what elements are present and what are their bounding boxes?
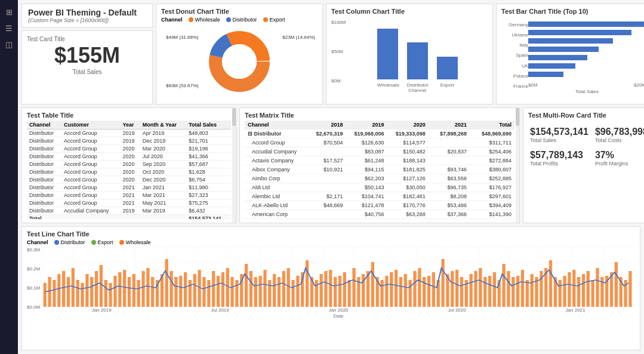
svg-rect-17: [95, 271, 98, 307]
col-month-year: Month & Year: [140, 121, 186, 130]
matrix-col-2019: 2019: [346, 121, 387, 130]
svg-rect-108: [521, 270, 524, 307]
col-label-wholesale: Wholesale: [377, 82, 398, 88]
metric-card: Test Card Title $155M Total Sales: [21, 30, 153, 104]
svg-rect-105: [507, 271, 510, 307]
column-chart-area: $100M $50M $0M Wholesale Distributor: [331, 17, 488, 94]
table-row: DistributorAccord Group2021May 2021$75,2…: [27, 199, 231, 207]
bar-poland: Poland: [501, 73, 528, 79]
svg-rect-80: [390, 272, 393, 307]
donut-chart-title: Test Donut Chart Title: [161, 8, 318, 15]
svg-point-3: [222, 44, 257, 79]
y-label-0.2m: $0.2M: [27, 266, 40, 272]
table-row: DistributorAccord Group2021Jan 2021$11,9…: [27, 184, 231, 192]
table-container[interactable]: Channel Customer Year Month & Year Total…: [27, 121, 231, 219]
app-title: Power BI Theming - Default: [28, 8, 146, 17]
svg-rect-72: [353, 268, 356, 307]
bar-x-0: $0M: [528, 82, 538, 88]
total-sales-label: Total Sales: [530, 137, 588, 143]
donut-label-export: $83M (53.67%): [166, 83, 199, 88]
column-bars: [347, 17, 488, 82]
bar-uk: UK: [501, 63, 528, 69]
column-chart-title: Test Column Chart Title: [331, 8, 488, 15]
matrix-scrollbar-thumb[interactable]: [516, 108, 519, 126]
table-row: DistributorAccord Group2019Apr 2019$48,8…: [27, 130, 231, 137]
svg-rect-24: [128, 277, 131, 307]
table-row: DistributorAccord Group2021Mar 2021$27,3…: [27, 192, 231, 199]
column-chart-inner: Wholesale Distributor Export Channel: [347, 17, 488, 94]
distributor-dot: [226, 17, 231, 22]
line-chart-svg: [42, 247, 635, 307]
svg-rect-131: [629, 271, 632, 307]
svg-rect-43: [217, 276, 220, 307]
bar-ukraine: Ukraine: [501, 32, 528, 38]
total-sales-value: $155M: [27, 45, 147, 66]
col-year: Year: [121, 121, 140, 130]
svg-rect-86: [418, 268, 421, 307]
layers-icon[interactable]: ◫: [5, 40, 13, 49]
donut-chart-card: Test Donut Chart Title Channel Wholesale…: [156, 4, 323, 104]
bar-x-20: $20M: [634, 82, 644, 88]
multi-row-card-title: Test Multi-Row Card Title: [528, 112, 644, 119]
svg-rect-104: [503, 264, 506, 307]
svg-rect-85: [414, 271, 417, 307]
total-profits-label: Total Profits: [530, 161, 588, 167]
total-costs-big: $96,783,998: [595, 127, 644, 137]
svg-rect-32: [165, 259, 168, 307]
matrix-row: American Corp$40,756$63,268$37,366$141,3…: [245, 210, 514, 219]
svg-rect-117: [563, 276, 566, 307]
svg-rect-40: [203, 277, 206, 307]
y-label-50m: $50M: [331, 49, 346, 54]
matrix-container[interactable]: Channel 2018 2019 2020 2021 Total ⊟ Dist…: [245, 121, 514, 219]
total-costs-label: Total Costs: [595, 137, 644, 143]
svg-rect-58: [287, 268, 290, 307]
dashboard: ⊞ ☰ ◫ Power BI Theming - Default (Custom…: [0, 0, 644, 354]
svg-rect-88: [427, 276, 430, 307]
list-icon[interactable]: ☰: [5, 24, 13, 33]
table-row: DistributorAccord Group2020Mar 2020$19,1…: [27, 145, 231, 153]
wholesale-line-label: Wholesale: [126, 239, 151, 245]
bar-uk-fill: [528, 55, 587, 60]
svg-rect-19: [104, 280, 107, 307]
svg-rect-121: [582, 274, 585, 307]
svg-rect-106: [511, 277, 514, 307]
svg-rect-79: [386, 276, 389, 307]
grid-icon[interactable]: ⊞: [6, 8, 13, 17]
svg-rect-124: [596, 268, 599, 307]
svg-rect-52: [259, 276, 262, 307]
svg-rect-34: [175, 277, 178, 307]
svg-rect-33: [170, 271, 173, 307]
svg-rect-46: [231, 277, 234, 307]
donut-label-orange: $49M (31.68%): [166, 35, 199, 40]
matrix-scrollbar[interactable]: [516, 108, 519, 223]
svg-rect-6: [44, 283, 47, 307]
scrollbar-thumb[interactable]: [232, 108, 236, 126]
svg-rect-22: [118, 272, 121, 307]
svg-rect-97: [470, 274, 473, 307]
svg-rect-20: [109, 283, 112, 307]
bar-country-labels: Germany Ukraine Italy Spain UK Poland Fr…: [501, 17, 528, 94]
matrix-row: Actavis Company$17,527$61,248$188,143$27…: [245, 156, 514, 165]
table-total-row: Total$154,573,141: [27, 215, 231, 220]
svg-rect-53: [264, 270, 267, 307]
legend-distributor-line: Distributor: [54, 239, 85, 245]
table-scrollbar[interactable]: [232, 108, 236, 223]
svg-rect-84: [409, 280, 412, 307]
line-chart-inner: Jan 2019 Jul 2019 Jan 2020 Jul 2020 Jan …: [42, 247, 635, 319]
svg-rect-62: [306, 260, 309, 307]
svg-rect-14: [81, 283, 84, 307]
line-chart-title: Test Line Chart Title: [27, 230, 635, 238]
matrix-group-distributor: ⊟ Distributor $2,670,319$19,068,006$19,3…: [245, 130, 514, 138]
bar-x-title: Total Sales: [528, 89, 644, 94]
matrix-row: Amerisourc Corp$66,189$140,512$41,768$24…: [245, 219, 514, 220]
svg-rect-23: [123, 270, 126, 307]
top-charts-row: Power BI Theming - Default (Custom Page …: [21, 4, 640, 104]
svg-rect-49: [245, 264, 248, 307]
matrix-col-2020: 2020: [387, 121, 429, 130]
metric-profit-margins: 37% Profit Margins: [593, 148, 644, 168]
svg-rect-81: [395, 270, 398, 307]
svg-rect-42: [212, 271, 215, 307]
channel-legend-label: Channel: [161, 17, 183, 23]
legend-channel: Channel: [161, 17, 183, 23]
matrix-row: Aldi Ltd$50,143$30,050$96,735$176,927: [245, 183, 514, 192]
